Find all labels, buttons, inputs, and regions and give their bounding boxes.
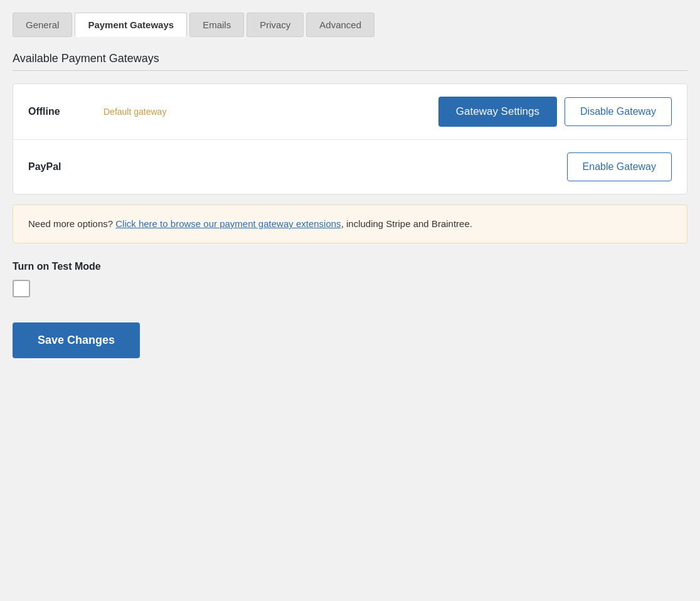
tab-payment-gateways[interactable]: Payment Gateways xyxy=(75,13,187,37)
gateway-actions-paypal: Enable Gateway xyxy=(567,152,672,181)
gateway-row-offline: Offline Default gateway Gateway Settings… xyxy=(13,84,687,140)
save-changes-button[interactable]: Save Changes xyxy=(13,322,140,358)
save-section: Save Changes xyxy=(13,322,687,358)
gateways-table: Offline Default gateway Gateway Settings… xyxy=(13,83,687,194)
test-mode-label: Turn on Test Mode xyxy=(13,261,687,272)
section-divider xyxy=(13,70,687,71)
gateway-status-offline: Default gateway xyxy=(103,107,438,117)
gateway-enable-button-paypal[interactable]: Enable Gateway xyxy=(567,152,672,181)
notice-link[interactable]: Click here to browse our payment gateway… xyxy=(115,218,341,229)
tab-privacy[interactable]: Privacy xyxy=(247,13,304,37)
notice-box: Need more options? Click here to browse … xyxy=(13,205,687,243)
gateway-actions-offline: Gateway Settings Disable Gateway xyxy=(438,97,672,127)
test-mode-checkbox-wrapper xyxy=(13,280,687,297)
gateway-settings-button-offline[interactable]: Gateway Settings xyxy=(438,97,557,127)
notice-text-after: , including Stripe and Braintree. xyxy=(341,218,472,229)
gateway-name-paypal: PayPal xyxy=(28,161,103,173)
tab-advanced[interactable]: Advanced xyxy=(306,13,374,37)
gateway-disable-button-offline[interactable]: Disable Gateway xyxy=(565,97,672,126)
tab-emails[interactable]: Emails xyxy=(189,13,244,37)
section-title: Available Payment Gateways xyxy=(13,52,687,65)
test-mode-section: Turn on Test Mode xyxy=(13,261,687,297)
gateway-name-offline: Offline xyxy=(28,106,103,117)
test-mode-checkbox[interactable] xyxy=(13,280,30,297)
tab-bar: General Payment Gateways Emails Privacy … xyxy=(13,13,687,37)
tab-general[interactable]: General xyxy=(13,13,72,37)
notice-text-before: Need more options? xyxy=(28,218,113,229)
gateway-row-paypal: PayPal Enable Gateway xyxy=(13,140,687,194)
